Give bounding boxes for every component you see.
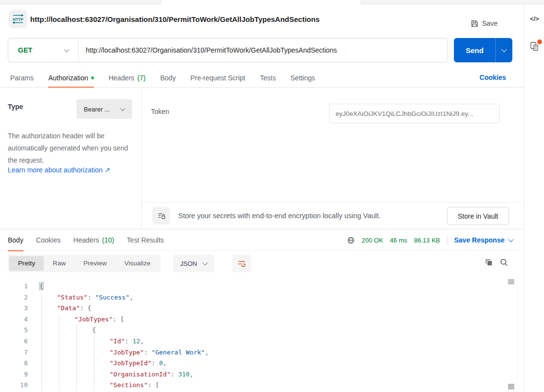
changelog-icon[interactable] <box>530 41 540 52</box>
request-tab-authorization[interactable]: Authorization <box>48 68 94 87</box>
token-input[interactable] <box>329 104 500 123</box>
code-line: 3"Data": { <box>0 303 518 314</box>
vault-message: Store your secrets with end-to-end encry… <box>178 212 381 220</box>
json-token: , <box>130 294 133 301</box>
indent-guide <box>41 336 42 347</box>
request-tab-headers[interactable]: Headers(7) <box>109 68 146 87</box>
response-tab-body[interactable]: Body <box>8 229 23 251</box>
indent-guide <box>76 380 77 391</box>
cookies-link[interactable]: Cookies <box>480 74 506 81</box>
postman-window: HTTP http://localhost:63027/Organisation… <box>0 0 544 392</box>
method-label: GET <box>18 46 33 54</box>
status-code: 200 OK <box>362 237 383 244</box>
code-line: 9"OrganisationId": 310, <box>0 369 518 380</box>
json-token: 310 <box>178 371 189 378</box>
tab-count: (7) <box>137 74 146 82</box>
json-token: : [ <box>113 316 124 323</box>
tab-label: Headers <box>74 236 99 244</box>
line-number: 4 <box>0 314 28 325</box>
json-token: : <box>125 337 132 345</box>
chevron-down-icon <box>508 237 513 242</box>
code-content: "JobType": "General Work", <box>110 347 209 358</box>
json-token: "JobTypeId" <box>110 359 151 367</box>
tab-label: Tests <box>260 74 276 82</box>
code-snippet-icon[interactable]: </> <box>525 15 544 22</box>
wrap-text-icon <box>237 259 246 268</box>
format-dropdown[interactable]: JSON <box>173 255 214 272</box>
response-tab-test-results[interactable]: Test Results <box>127 229 164 251</box>
indent-guide <box>94 358 94 369</box>
request-tab-body[interactable]: Body <box>160 68 176 87</box>
url-input[interactable] <box>79 38 448 62</box>
response-toolbar: PrettyRawPreviewVisualize JSON <box>0 251 524 276</box>
auth-type-value: Bearer ... <box>84 106 110 113</box>
code-content: "Status": "Success", <box>57 292 133 303</box>
method-dropdown[interactable]: GET <box>8 38 79 62</box>
send-button[interactable]: Send <box>454 38 512 62</box>
request-title: http://localhost:63027/Organisation/310/… <box>30 15 319 23</box>
scrollbar-corner <box>508 384 514 390</box>
chevron-down-icon <box>202 260 207 265</box>
request-tab-settings[interactable]: Settings <box>290 68 315 87</box>
indent-guide <box>41 380 42 391</box>
line-number: 1 <box>0 281 28 292</box>
indent-guide <box>59 369 59 380</box>
workspace-tab-strip[interactable] <box>0 0 544 4</box>
indent-guide <box>76 336 77 347</box>
tab-label: Body <box>8 236 23 244</box>
learn-more-link[interactable]: Learn more about authorization ↗ <box>8 166 110 174</box>
view-tab-pretty[interactable]: Pretty <box>9 256 44 271</box>
vault-lock-icon <box>157 211 166 221</box>
chevron-down-icon <box>120 106 125 111</box>
tab-label: Authorization <box>48 74 88 82</box>
tab-label: Test Results <box>127 236 164 244</box>
code-content: "JobTypes": [ <box>75 314 124 325</box>
indent-guide <box>76 369 77 380</box>
json-token: : { <box>80 304 91 312</box>
json-token: , <box>205 349 209 356</box>
code-line: 4"JobTypes": [ <box>0 314 518 325</box>
wrap-lines-button[interactable] <box>232 255 251 272</box>
http-arrows-icon: HTTP <box>11 12 25 26</box>
indent-guide <box>76 347 77 358</box>
code-content: { <box>39 281 43 292</box>
response-tab-headers[interactable]: Headers(10) <box>74 229 114 251</box>
line-number: 8 <box>0 358 28 369</box>
save-response-button[interactable]: Save Response <box>454 236 513 244</box>
json-token: { <box>92 326 96 334</box>
indent-guide <box>41 369 42 380</box>
active-request-tab[interactable] <box>161 0 361 4</box>
view-tab-visualize[interactable]: Visualize <box>115 256 159 271</box>
json-token: "OrganisationId" <box>110 371 170 378</box>
code-line: 5{ <box>0 325 518 336</box>
code-line: 2"Status": "Success", <box>0 292 518 303</box>
response-section: BodyCookiesHeaders(10)Test Results 200 O… <box>0 229 524 392</box>
auth-type-dropdown[interactable]: Bearer ... <box>76 99 132 119</box>
request-tab-params[interactable]: Params <box>10 68 34 87</box>
code-line: 10"Sections": [ <box>0 380 518 391</box>
line-number: 7 <box>0 347 28 358</box>
indent-guide <box>41 347 42 358</box>
request-header: HTTP http://localhost:63027/Organisation… <box>0 5 524 34</box>
request-tab-pre-request-script[interactable]: Pre-request Script <box>190 68 245 87</box>
json-token: { <box>39 282 43 290</box>
scrollbar-thumb[interactable] <box>508 279 514 284</box>
view-tab-preview[interactable]: Preview <box>75 256 115 271</box>
svg-text:HTTP: HTTP <box>13 18 23 22</box>
response-body[interactable]: 1{2"Status": "Success",3"Data": {4"JobTy… <box>0 276 518 392</box>
indent-guide <box>94 369 94 380</box>
response-tab-cookies[interactable]: Cookies <box>36 229 61 251</box>
store-in-vault-button[interactable]: Store in Vault <box>447 207 509 225</box>
code-content: "Data": { <box>57 303 91 314</box>
json-token: : [ <box>148 381 159 389</box>
save-button[interactable]: Save <box>470 18 498 29</box>
view-tab-raw[interactable]: Raw <box>44 256 75 271</box>
copy-response-button[interactable] <box>485 258 493 268</box>
request-tab-tests[interactable]: Tests <box>260 68 276 87</box>
line-number: 10 <box>0 380 28 391</box>
json-token: "JobTypes" <box>75 316 113 323</box>
tab-label: Pre-request Script <box>190 74 245 82</box>
search-response-button[interactable] <box>500 258 508 268</box>
response-time: 46 ms <box>390 237 407 244</box>
send-options-caret[interactable] <box>496 48 512 52</box>
